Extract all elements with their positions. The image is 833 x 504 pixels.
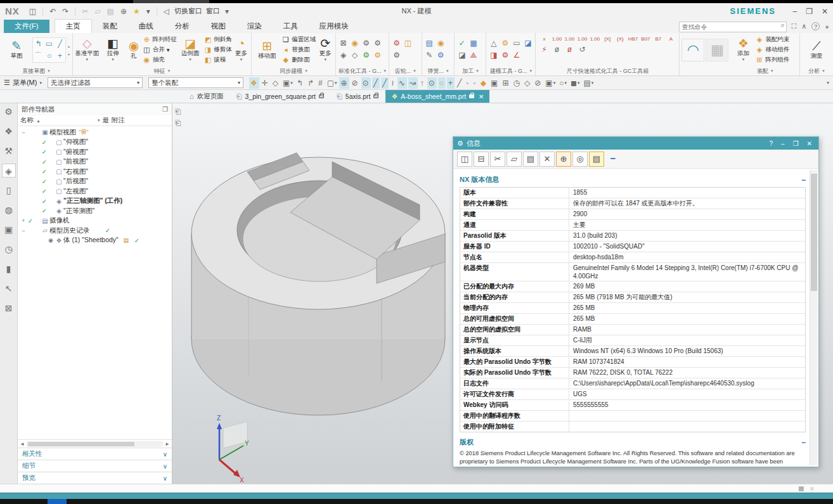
selection-toolbar-icon[interactable]: ⊙ bbox=[427, 77, 437, 89]
gear-tool-icon[interactable]: ⚙ bbox=[391, 50, 402, 60]
machining-tool-icon[interactable]: ✓ bbox=[456, 38, 467, 48]
offset-region-button[interactable]: ❏偏置区域 bbox=[281, 35, 316, 44]
tab-view[interactable]: 视图 bbox=[200, 20, 236, 33]
tree-row[interactable]: + ✓ ▤ 摄像机 bbox=[20, 216, 172, 226]
redo-icon[interactable]: ↷ bbox=[60, 6, 71, 16]
tree-row[interactable]: ◉ ❖ 体 (1) "Sheetbody" ▤ ✓ bbox=[20, 236, 172, 246]
settings-icon[interactable]: ⚙ bbox=[2, 105, 16, 119]
history-icon[interactable]: ◷ bbox=[2, 242, 16, 256]
selection-toolbar-icon[interactable]: ▣ bbox=[489, 77, 500, 89]
check-icon[interactable]: ✓ bbox=[41, 207, 48, 214]
selection-toolbar-icon[interactable]: ∿ bbox=[397, 77, 407, 89]
clipboard-page-icon[interactable]: ⎗ bbox=[175, 107, 181, 116]
tab-curve[interactable]: 曲线 bbox=[128, 20, 164, 33]
tree-row[interactable]: − ▱ 模型历史记录 ✓ bbox=[20, 226, 172, 236]
standard-tool-icon[interactable]: ◇ bbox=[349, 50, 360, 60]
pattern-feature-button[interactable]: ⊕阵列特征 bbox=[143, 35, 177, 44]
tree-row[interactable]: ✓ ▢ "左视图" bbox=[20, 186, 172, 197]
edge-blend-button[interactable]: ◪边倒圆▾ bbox=[178, 37, 203, 61]
selection-toolbar-icon[interactable]: ⊙ bbox=[361, 77, 371, 89]
selection-toolbar-icon[interactable]: + bbox=[447, 77, 455, 89]
save-icon[interactable]: ◫ bbox=[27, 6, 39, 16]
visibility-icon[interactable]: ◉ bbox=[48, 237, 55, 243]
trim-body-button[interactable]: ◨修剪体 bbox=[203, 45, 232, 55]
copy-icon[interactable]: ▱ bbox=[507, 152, 522, 167]
collapsed-panel[interactable]: 相关性 ∨ bbox=[18, 448, 172, 460]
fullscreen-icon[interactable]: ⛶ bbox=[792, 22, 797, 30]
dialog-title-bar[interactable]: ⚙ 信息 ? ‒ ❐ ✕ bbox=[453, 137, 818, 150]
spring-tool-icon[interactable]: ◉ bbox=[436, 38, 446, 48]
selection-toolbar-icon[interactable]: ◼▾ bbox=[569, 77, 581, 89]
tab-part-5axis[interactable]: ⎗5axis.prt bbox=[331, 90, 385, 103]
selection-toolbar-icon[interactable]: ╱ bbox=[381, 77, 389, 89]
standard-tool-icon[interactable]: ⚙ bbox=[361, 50, 371, 60]
selection-toolbar-icon[interactable]: ╱ bbox=[372, 77, 380, 89]
sketch-palette[interactable]: ↰▭╱⌒○+ bbox=[32, 37, 66, 63]
measure-button[interactable]: ⟋测量 bbox=[802, 40, 831, 59]
check-icon[interactable]: ✓ bbox=[27, 217, 34, 224]
move-component-button[interactable]: ◈移动组件 bbox=[755, 45, 789, 55]
tree-row[interactable]: ✓ ▢ "俯视图" bbox=[20, 147, 172, 157]
standard-tool-icon[interactable]: ⚙ bbox=[361, 38, 371, 48]
dialog-scrollbar[interactable] bbox=[810, 170, 818, 465]
menu-button[interactable]: ☰菜单(M)▾ bbox=[4, 78, 42, 87]
tab-application[interactable]: 应用模块 bbox=[309, 20, 359, 33]
standard-tool-icon[interactable]: ⚙ bbox=[372, 50, 383, 60]
tree-row[interactable]: ✓ ▢ "前视图" bbox=[20, 157, 172, 167]
tab-tools[interactable]: 工具 bbox=[273, 20, 309, 33]
selection-toolbar-icon[interactable]: ▣▾ bbox=[544, 77, 557, 89]
web-browser-icon[interactable]: ▣ bbox=[2, 223, 16, 236]
selection-toolbar-icon[interactable]: ❖ bbox=[249, 77, 259, 89]
collapse-all-icon[interactable]: − bbox=[605, 152, 621, 167]
dialog-help-icon[interactable]: ? bbox=[767, 140, 776, 147]
modeling-tool-icon[interactable]: ▭ bbox=[511, 38, 522, 48]
tab-render[interactable]: 渲染 bbox=[236, 20, 273, 33]
copy-icon[interactable]: ▱ bbox=[92, 6, 103, 16]
close-tab-icon[interactable]: ✕ bbox=[479, 93, 484, 100]
selection-toolbar-icon[interactable]: ◦ bbox=[465, 77, 470, 89]
crosshair-icon[interactable]: ⊕ bbox=[556, 152, 571, 167]
constraint-navigator-icon[interactable]: ⚒ bbox=[2, 144, 16, 158]
tree-row[interactable]: ✓ ▢ "仰视图" bbox=[20, 138, 172, 148]
dimension-format-icon[interactable]: A bbox=[664, 34, 677, 44]
tab-welcome-page[interactable]: ⌂欢迎页面 bbox=[184, 90, 229, 103]
tree-row[interactable]: ✓ ▢ "后视图" bbox=[20, 177, 172, 187]
check-icon[interactable]: ✓ bbox=[41, 139, 48, 146]
navigator-column-headers[interactable]: 名称▲ ▾ 最 附注 bbox=[18, 115, 172, 126]
modeling-tool-icon[interactable]: ◨ bbox=[488, 50, 499, 60]
dimension-format-icon[interactable]: x bbox=[538, 34, 550, 44]
expander-icon[interactable]: + bbox=[20, 217, 27, 224]
save-icon[interactable]: ◫ bbox=[457, 152, 472, 167]
selection-toolbar-icon[interactable]: ⊞ bbox=[501, 77, 510, 89]
dimension-format-icon[interactable]: B07 bbox=[639, 34, 652, 44]
favorites-caret-icon[interactable]: ▾ bbox=[144, 6, 153, 16]
grid-status-icon[interactable]: ▩ bbox=[798, 485, 804, 493]
selection-toolbar-icon[interactable]: ↱ bbox=[306, 77, 316, 89]
assembly-navigator-icon[interactable]: ❖ bbox=[2, 124, 16, 138]
selection-toolbar-icon[interactable]: ○▾ bbox=[558, 77, 568, 89]
paste-icon[interactable]: ▤ bbox=[105, 6, 117, 16]
sketch-tool-icon[interactable]: ○ bbox=[44, 50, 55, 62]
dimension-format-icon[interactable]: 1.00 bbox=[588, 34, 601, 44]
dimension-format-icon[interactable]: ø bbox=[550, 44, 563, 55]
standard-tool-icon[interactable]: ⊠ bbox=[338, 38, 349, 48]
switch-window-button[interactable]: 切换窗口 bbox=[174, 6, 202, 16]
fit-status-icon[interactable]: ⌗ bbox=[810, 485, 814, 493]
draft-button[interactable]: ◧拔模 bbox=[203, 55, 232, 65]
dimension-format-icon[interactable]: ⚡ bbox=[538, 44, 550, 55]
dimension-format-icon[interactable]: [X] bbox=[601, 34, 614, 44]
check-icon[interactable]: ✓ bbox=[41, 158, 48, 165]
roles-icon[interactable]: ↖ bbox=[2, 281, 16, 295]
dimension-format-icon[interactable]: 1.00 bbox=[563, 34, 576, 44]
maximize-window-icon[interactable]: ❐ bbox=[806, 7, 813, 16]
selection-toolbar-icon[interactable]: ↑ bbox=[419, 77, 426, 89]
sketch-tool-icon[interactable]: ↰ bbox=[33, 38, 44, 50]
extrude-button[interactable]: ◧拉伸▾ bbox=[101, 37, 126, 61]
close-window-icon[interactable]: ✕ bbox=[822, 7, 828, 16]
paste-icon[interactable]: ▤ bbox=[523, 152, 538, 167]
selection-filter-dropdown[interactable]: 无选择过滤器▾ bbox=[48, 77, 143, 88]
sketch-button[interactable]: ✎草图 bbox=[2, 40, 31, 59]
standard-tool-icon[interactable]: ⚙ bbox=[372, 38, 383, 48]
feature-more-button[interactable]: ◔更多▾ bbox=[233, 37, 249, 61]
tree-row[interactable]: ✓ ◈ "正三轴测图" (工作) bbox=[20, 197, 172, 207]
